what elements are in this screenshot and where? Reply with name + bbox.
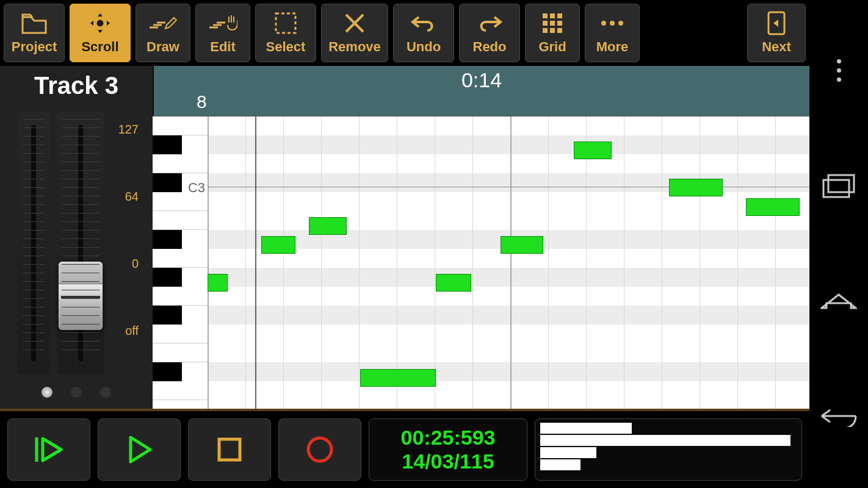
svg-point-0 bbox=[97, 20, 103, 26]
redo-icon bbox=[476, 11, 503, 35]
track-panel: Track 3 127 64 0 off bbox=[0, 66, 153, 409]
select-button[interactable]: Select bbox=[255, 4, 316, 62]
svg-point-16 bbox=[308, 438, 331, 461]
scroll-button[interactable]: Scroll bbox=[70, 4, 131, 62]
svg-rect-10 bbox=[557, 28, 562, 33]
svg-point-11 bbox=[601, 21, 606, 26]
midi-note[interactable] bbox=[669, 179, 723, 196]
android-navbar bbox=[809, 0, 868, 488]
track-indicators bbox=[0, 381, 153, 409]
svg-rect-7 bbox=[557, 21, 562, 26]
overview-clip bbox=[540, 423, 632, 434]
toolbar-label: Next bbox=[762, 39, 791, 55]
playhead-time: 0:14 bbox=[154, 68, 809, 92]
x-icon bbox=[344, 11, 366, 35]
toolbar-label: Project bbox=[12, 39, 57, 55]
transport-time: 00:25:593 bbox=[400, 426, 495, 450]
play-from-start-button[interactable] bbox=[7, 418, 90, 481]
toolbar: ProjectScrollDrawEditSelectRemoveUndoRed… bbox=[0, 0, 809, 66]
piano-keys[interactable]: C3 bbox=[153, 117, 208, 409]
midi-note[interactable] bbox=[501, 236, 543, 254]
folder-icon bbox=[21, 11, 48, 35]
track-title: Track 3 bbox=[34, 72, 118, 99]
svg-rect-4 bbox=[557, 13, 562, 18]
record-button[interactable] bbox=[278, 418, 361, 481]
velocity-fader[interactable] bbox=[57, 112, 104, 375]
svg-rect-3 bbox=[550, 13, 555, 18]
toolbar-label: Redo bbox=[473, 39, 507, 55]
svg-point-12 bbox=[610, 21, 615, 26]
toolbar-label: Scroll bbox=[81, 39, 118, 55]
toolbar-label: Edit bbox=[210, 39, 236, 55]
marquee-icon bbox=[273, 11, 298, 35]
grid-button[interactable]: Grid bbox=[525, 4, 580, 62]
remove-button[interactable]: Remove bbox=[321, 4, 388, 62]
svg-rect-17 bbox=[823, 180, 849, 197]
led-3[interactable] bbox=[100, 387, 111, 398]
midi-note[interactable] bbox=[436, 274, 471, 292]
time-display: 00:25:593 14/03/115 bbox=[369, 418, 527, 481]
piano-roll: 0:14 8 C3 bbox=[153, 66, 809, 409]
svg-rect-1 bbox=[276, 13, 295, 33]
midi-note[interactable] bbox=[746, 198, 800, 216]
midi-note[interactable] bbox=[574, 142, 612, 159]
project-button[interactable]: Project bbox=[4, 4, 65, 62]
recents-button[interactable] bbox=[820, 168, 857, 204]
scroll-icon bbox=[87, 11, 114, 35]
midi-note[interactable] bbox=[360, 369, 436, 387]
next-icon bbox=[766, 11, 787, 35]
svg-rect-2 bbox=[543, 13, 548, 18]
bar-marker: 8 bbox=[197, 92, 207, 112]
stop-button[interactable] bbox=[188, 418, 271, 481]
faders: 127 64 0 off bbox=[0, 106, 153, 381]
home-button[interactable] bbox=[820, 284, 857, 320]
transport-position: 14/03/115 bbox=[402, 450, 494, 473]
toolbar-label: Remove bbox=[328, 39, 381, 55]
edit-button[interactable]: Edit bbox=[195, 4, 250, 62]
svg-rect-8 bbox=[543, 28, 548, 33]
back-button[interactable] bbox=[820, 400, 857, 436]
volume-fader[interactable] bbox=[18, 112, 49, 375]
led-2[interactable] bbox=[71, 387, 82, 398]
toolbar-label: Draw bbox=[146, 39, 179, 55]
play-button[interactable] bbox=[98, 418, 181, 481]
pencil-icon bbox=[148, 11, 178, 35]
svg-rect-18 bbox=[828, 175, 854, 192]
led-1[interactable] bbox=[42, 387, 52, 398]
toolbar-label: Select bbox=[266, 39, 306, 55]
menu-button[interactable] bbox=[820, 52, 857, 88]
midi-note[interactable] bbox=[309, 217, 347, 235]
undo-button[interactable]: Undo bbox=[393, 4, 454, 62]
overview-clip bbox=[540, 447, 596, 458]
velocity-scale: 127 64 0 off bbox=[112, 112, 139, 375]
note-grid[interactable] bbox=[208, 117, 809, 409]
timeline-header[interactable]: 0:14 8 bbox=[153, 66, 809, 116]
song-overview[interactable] bbox=[535, 418, 802, 481]
dots-icon bbox=[600, 11, 624, 35]
redo-button[interactable]: Redo bbox=[459, 4, 520, 62]
svg-rect-5 bbox=[543, 21, 548, 26]
toolbar-label: Grid bbox=[538, 39, 566, 55]
svg-rect-9 bbox=[550, 28, 555, 33]
toolbar-label: Undo bbox=[407, 39, 441, 55]
draw-button[interactable]: Draw bbox=[136, 4, 190, 62]
midi-note[interactable] bbox=[208, 274, 228, 292]
svg-rect-6 bbox=[550, 21, 555, 26]
hand-icon bbox=[208, 11, 237, 35]
transport-bar: 00:25:593 14/03/115 bbox=[0, 409, 809, 488]
more-button[interactable]: More bbox=[585, 4, 640, 62]
toolbar-label: More bbox=[596, 39, 629, 55]
next-button[interactable]: Next bbox=[747, 4, 806, 62]
overview-clip bbox=[540, 435, 790, 446]
midi-note[interactable] bbox=[261, 236, 295, 254]
svg-rect-15 bbox=[219, 439, 240, 460]
grid-icon bbox=[541, 11, 563, 35]
svg-point-13 bbox=[618, 21, 623, 26]
overview-clip bbox=[540, 459, 580, 470]
undo-icon bbox=[410, 11, 437, 35]
playhead[interactable] bbox=[255, 117, 256, 409]
